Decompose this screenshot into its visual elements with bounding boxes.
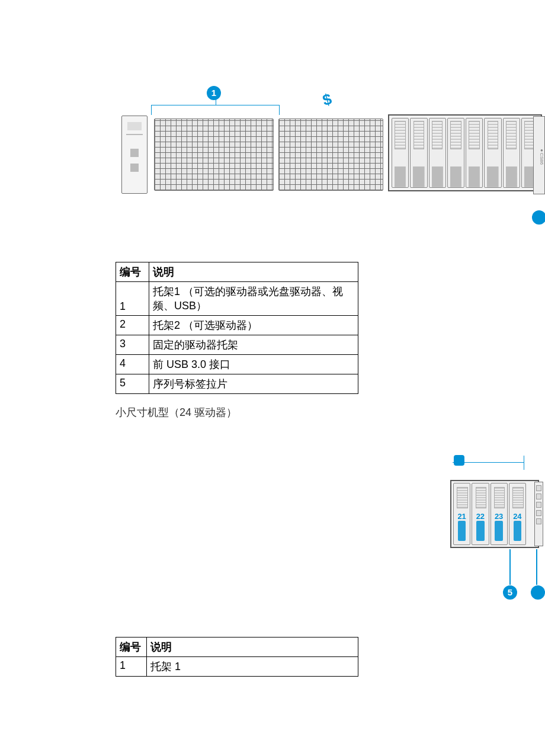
- table-row: 2 托架2 （可选驱动器）: [116, 316, 358, 335]
- callout-bracket-1: [151, 105, 280, 115]
- table2-header-num: 编号: [116, 638, 147, 657]
- drive-slot: [466, 118, 483, 188]
- drive-bay-array-24: 21 22 23 24: [450, 480, 539, 548]
- table1-cell-num: 4: [116, 355, 149, 374]
- table1-cell-desc: 托架2 （可选驱动器）: [149, 316, 358, 335]
- callout-1-label: 1: [211, 88, 216, 98]
- drive-slot: [410, 118, 427, 188]
- drive-slot: [447, 118, 464, 188]
- table1-header-desc: 说明: [149, 262, 358, 282]
- leader-line: [509, 549, 511, 585]
- table1-cell-num: 5: [116, 374, 149, 394]
- drive-bay-array: [388, 114, 542, 191]
- table1-cell-num: 1: [116, 282, 149, 316]
- callout-5: 5: [503, 585, 517, 600]
- table-row: 1 托架1 （可选的驱动器或光盘驱动器、视频、USB）: [116, 282, 358, 316]
- table1-cell-desc: 前 USB 3.0 接口: [149, 355, 358, 374]
- vent-grille-left: [154, 118, 274, 191]
- vent-grille-right: [278, 118, 383, 191]
- table-row: 3 固定的驱动器托架: [116, 335, 358, 355]
- table1-header-num: 编号: [116, 262, 149, 282]
- table2-cell-desc: 托架 1: [146, 657, 358, 677]
- table1-cell-desc: 固定的驱动器托架: [149, 335, 358, 355]
- table1-cell-num: 2: [116, 316, 149, 335]
- figure-1: 1 $ ●CS86: [118, 86, 545, 228]
- drive-slot: [484, 118, 501, 188]
- callout-right-partial: [531, 585, 545, 600]
- drive-slot: [429, 118, 446, 188]
- callout-5-label: 5: [508, 587, 512, 597]
- drive-slot-number: 21: [454, 512, 470, 521]
- table-row: 5 序列号标签拉片: [116, 374, 358, 394]
- callout-right-edge: [532, 210, 545, 225]
- callout-bracket-top: [453, 462, 524, 470]
- drive-slot: 24: [509, 483, 526, 545]
- drive-slot: 22: [472, 483, 489, 545]
- drive-slot-number: 23: [491, 512, 507, 521]
- drive-slot: 21: [453, 483, 470, 545]
- table1-cell-desc: 托架1 （可选的驱动器或光盘驱动器、视频、USB）: [149, 282, 358, 316]
- dollar-glyph: $: [320, 90, 334, 110]
- table-row: 1 托架 1: [116, 657, 358, 677]
- table-component-legend-2: 编号 说明 1 托架 1: [116, 637, 358, 677]
- leader-line: [536, 549, 537, 585]
- drive-slot-number: 22: [472, 512, 488, 521]
- table2-cell-num: 1: [116, 657, 147, 677]
- drive-slot: [503, 118, 520, 188]
- front-io-panel: [534, 482, 543, 546]
- table2-header-desc: 说明: [146, 638, 358, 657]
- callout-1: 1: [207, 86, 221, 100]
- server-control-panel: [121, 116, 148, 194]
- drive-side-label: ●CS86: [533, 116, 545, 194]
- table1-cell-num: 3: [116, 335, 149, 355]
- table-component-legend-1: 编号 说明 1 托架1 （可选的驱动器或光盘驱动器、视频、USB） 2 托架2 …: [116, 262, 358, 394]
- drive-slot: [392, 118, 409, 188]
- drive-slot: 23: [490, 483, 508, 545]
- figure-2: 21 22 23 24 5: [450, 456, 545, 610]
- table1-cell-desc: 序列号标签拉片: [149, 374, 358, 394]
- caption-small-form-factor: 小尺寸机型（24 驱动器）: [116, 405, 237, 419]
- table-row: 4 前 USB 3.0 接口: [116, 355, 358, 374]
- drive-slot-number: 24: [509, 512, 525, 521]
- page: 1 $ ●CS86 编号 说明 1 托架1 （可选的驱动器或光盘驱动器、视频: [0, 0, 545, 756]
